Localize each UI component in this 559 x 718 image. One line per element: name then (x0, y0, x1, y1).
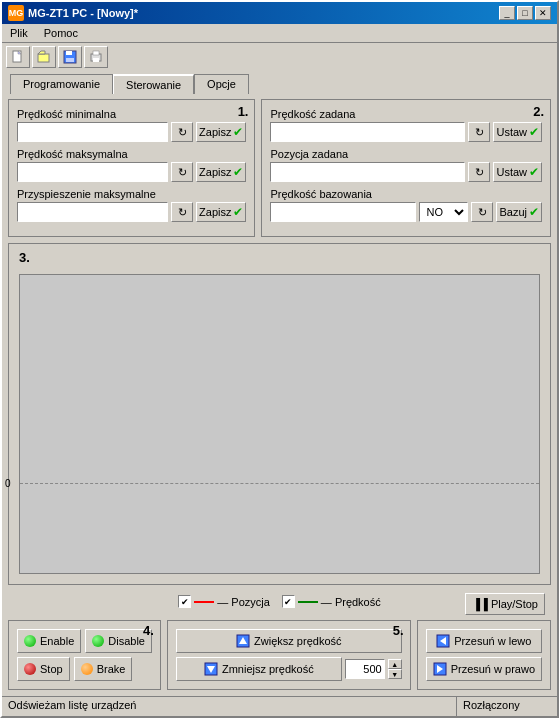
stop-icon (24, 663, 36, 675)
checkbox-position[interactable]: ✔ (178, 595, 191, 608)
enable-button[interactable]: Enable (17, 629, 81, 653)
brake-button[interactable]: Brake (74, 657, 133, 681)
window-title: MG-ZT1 PC - [Nowy]* (28, 7, 138, 19)
play-stop-icon: ▐▐ (472, 598, 488, 610)
print-button[interactable] (84, 46, 108, 68)
position-label: — Pozycja (217, 596, 270, 608)
field-max-accel: Przyspieszenie maksymalne ↻ Zapisz ✔ (17, 188, 246, 222)
svg-rect-2 (38, 54, 49, 62)
input-target-pos[interactable] (270, 162, 465, 182)
refresh-target-pos-btn[interactable]: ↻ (468, 162, 490, 182)
save-max-speed-btn[interactable]: Zapisz ✔ (196, 162, 246, 182)
refresh-base-speed-btn[interactable]: ↻ (471, 202, 493, 222)
bottom-panels: 4. Enable Disable Stop (8, 620, 551, 690)
increase-icon (236, 634, 250, 648)
disable-button[interactable]: Disable (85, 629, 152, 653)
panel-5-center: 5. Zwiększ prędkość Zmniejsz prędkość ▲ … (167, 620, 411, 690)
toolbar (2, 43, 557, 71)
minimize-button[interactable]: _ (499, 6, 515, 20)
refresh-icon6: ↻ (474, 204, 490, 220)
speed-color (298, 601, 318, 603)
label-min-speed: Prędkość minimalna (17, 108, 246, 120)
svg-rect-9 (93, 58, 99, 62)
set-target-pos-btn[interactable]: Ustaw ✔ (493, 162, 542, 182)
status-bar: Odświeżam listę urządzeń Rozłączony (2, 696, 557, 716)
field-max-speed: Prędkość maksymalna ↻ Zapisz ✔ (17, 148, 246, 182)
input-min-speed[interactable] (17, 122, 168, 142)
maximize-button[interactable]: □ (517, 6, 533, 20)
play-stop-button[interactable]: ▐▐ Play/Stop (465, 593, 545, 615)
refresh-icon2: ↻ (174, 164, 190, 180)
refresh-target-speed-btn[interactable]: ↻ (468, 122, 490, 142)
menu-pomoc[interactable]: Pomoc (40, 26, 82, 40)
panel2-number: 2. (533, 104, 544, 119)
refresh-max-accel-btn[interactable]: ↻ (171, 202, 193, 222)
brake-icon (81, 663, 93, 675)
spin-down-button[interactable]: ▼ (388, 669, 402, 679)
label-max-speed: Prędkość maksymalna (17, 148, 246, 160)
save-button[interactable] (58, 46, 82, 68)
open-button[interactable] (32, 46, 56, 68)
tab-programowanie[interactable]: Programowanie (10, 74, 113, 94)
panel-1: 1. Prędkość minimalna ↻ Zapisz ✔ (8, 99, 255, 237)
close-button[interactable]: ✕ (535, 6, 551, 20)
speed-label: — Prędkość (321, 596, 381, 608)
stop-brake-row: Stop Brake (17, 657, 152, 681)
input-max-accel[interactable] (17, 202, 168, 222)
move-right-icon (433, 662, 447, 676)
base-btn[interactable]: Bazuj ✔ (496, 202, 542, 222)
panel1-number: 1. (238, 104, 249, 119)
tab-sterowanie[interactable]: Sterowanie (113, 74, 194, 94)
menu-bar: Plik Pomoc (2, 24, 557, 43)
checkbox-speed[interactable]: ✔ (282, 595, 295, 608)
move-right-button[interactable]: Przesuń w prawo (426, 657, 542, 681)
field-target-pos: Pozycja zadana ↻ Ustaw ✔ (270, 148, 542, 182)
tab-opcje[interactable]: Opcje (194, 74, 249, 94)
new-button[interactable] (6, 46, 30, 68)
input-base-speed[interactable] (270, 202, 416, 222)
refresh-icon3: ↻ (174, 204, 190, 220)
enable-disable-row: Enable Disable (17, 629, 152, 653)
chart-area: 3. 0 (8, 243, 551, 585)
chart-zero-label: 0 (5, 478, 11, 489)
panel-2: 2. Prędkość zadana ↻ Ustaw ✔ (261, 99, 551, 237)
chart-inner: 0 (19, 274, 540, 574)
status-left: Odświeżam listę urządzeń (2, 697, 457, 716)
panel-4: 4. Enable Disable Stop (8, 620, 161, 690)
label-base-speed: Prędkość bazowania (270, 188, 542, 200)
field-base-speed: Prędkość bazowania NO YES ↻ Bazuj ✔ (270, 188, 542, 222)
refresh-max-speed-btn[interactable]: ↻ (171, 162, 193, 182)
select-base-dir[interactable]: NO YES (419, 202, 468, 222)
save-min-speed-btn[interactable]: Zapisz ✔ (196, 122, 246, 142)
title-bar: MG MG-ZT1 PC - [Nowy]* _ □ ✕ (2, 2, 557, 24)
move-left-icon (436, 634, 450, 648)
svg-rect-8 (93, 51, 99, 55)
refresh-icon4: ↻ (471, 124, 487, 140)
spin-up-button[interactable]: ▲ (388, 659, 402, 669)
position-color (194, 601, 214, 603)
field-min-speed: Prędkość minimalna ↻ Zapisz ✔ (17, 108, 246, 142)
save-max-accel-btn[interactable]: Zapisz ✔ (196, 202, 246, 222)
decrease-speed-button[interactable]: Zmniejsz prędkość (176, 657, 342, 681)
chart-number: 3. (19, 250, 30, 265)
speed-value-input[interactable] (345, 659, 385, 679)
status-right: Rozłączony (457, 697, 557, 716)
input-max-speed[interactable] (17, 162, 168, 182)
stop-button[interactable]: Stop (17, 657, 70, 681)
decrease-icon (204, 662, 218, 676)
increase-speed-button[interactable]: Zwiększ prędkość (176, 629, 402, 653)
move-left-button[interactable]: Przesuń w lewo (426, 629, 542, 653)
main-window: MG MG-ZT1 PC - [Nowy]* _ □ ✕ Plik Pomoc … (0, 0, 559, 718)
input-target-speed[interactable] (270, 122, 465, 142)
field-target-speed: Prędkość zadana ↻ Ustaw ✔ (270, 108, 542, 142)
legend-position: ✔ — Pozycja (178, 595, 270, 608)
window-controls: _ □ ✕ (499, 6, 551, 20)
panel4-number: 4. (143, 623, 154, 638)
menu-plik[interactable]: Plik (6, 26, 32, 40)
tabs-bar: Programowanie Sterowanie Opcje (2, 71, 557, 93)
set-target-speed-btn[interactable]: Ustaw ✔ (493, 122, 542, 142)
refresh-min-speed-btn[interactable]: ↻ (171, 122, 193, 142)
main-content: 1. Prędkość minimalna ↻ Zapisz ✔ (2, 93, 557, 696)
label-target-speed: Prędkość zadana (270, 108, 542, 120)
speed-value-row: Zmniejsz prędkość ▲ ▼ (176, 657, 402, 681)
